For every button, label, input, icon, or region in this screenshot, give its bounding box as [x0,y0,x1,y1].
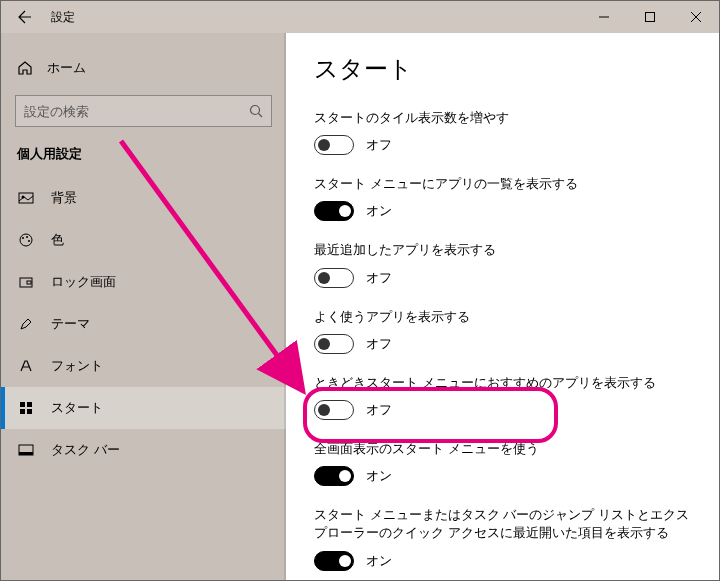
settings-list: スタートのタイル表示数を増やす オフ スタート メニューにアプリの一覧を表示する… [314,109,691,571]
toggle-switch[interactable] [314,400,354,420]
toggle-state-text: オフ [366,136,392,154]
sidebar-item-label: 色 [51,231,64,249]
home-icon [17,60,33,76]
content-area: スタート スタートのタイル表示数を増やす オフ スタート メニューにアプリの一覧… [286,33,719,580]
toggle-switch[interactable] [314,334,354,354]
window-title: 設定 [51,9,75,26]
maximize-button[interactable] [627,1,673,33]
setting-item: スタートのタイル表示数を増やす オフ [314,109,691,155]
setting-item: 最近追加したアプリを表示する オフ [314,241,691,287]
toggle-switch[interactable] [314,268,354,288]
nav-list: 背景色ロック画面テーマフォントスタートタスク バー [1,177,286,471]
setting-item: よく使うアプリを表示する オフ [314,308,691,354]
brush-icon [17,315,35,333]
setting-label: ときどきスタート メニューにおすすめのアプリを表示する [314,374,691,392]
search-box[interactable] [15,95,272,127]
setting-label: 最近追加したアプリを表示する [314,241,691,259]
page-title: スタート [314,53,691,85]
svg-point-1 [251,106,260,115]
search-input[interactable] [24,104,249,119]
search-icon [249,104,263,118]
svg-point-5 [22,237,24,239]
svg-rect-12 [20,409,25,414]
svg-rect-9 [27,281,31,284]
close-icon [691,12,701,22]
back-button[interactable] [15,7,35,27]
sidebar-item-brush[interactable]: テーマ [1,303,286,345]
back-arrow-icon [17,9,33,25]
setting-label: スタートのタイル表示数を増やす [314,109,691,127]
svg-rect-15 [19,452,33,455]
image-icon [17,189,35,207]
sidebar-item-lock[interactable]: ロック画面 [1,261,286,303]
svg-rect-11 [27,402,32,407]
toggle-switch[interactable] [314,201,354,221]
palette-icon [17,231,35,249]
setting-item: 全画面表示のスタート メニューを使う オン [314,440,691,486]
toggle-switch[interactable] [314,551,354,571]
minimize-icon [599,12,609,22]
toggle-state-text: オフ [366,269,392,287]
sidebar: ホーム 個人用設定 背景色ロック画面テーマフォントスタートタスク バー [1,33,286,580]
sidebar-item-label: ロック画面 [51,273,116,291]
toggle-state-text: オフ [366,335,392,353]
minimize-button[interactable] [581,1,627,33]
svg-point-7 [28,240,30,242]
toggle-switch[interactable] [314,466,354,486]
toggle-state-text: オン [366,202,392,220]
font-icon [17,357,35,375]
setting-item: スタート メニューにアプリの一覧を表示する オン [314,175,691,221]
toggle-state-text: オフ [366,401,392,419]
maximize-icon [645,12,655,22]
setting-label: スタート メニューにアプリの一覧を表示する [314,175,691,193]
setting-label: よく使うアプリを表示する [314,308,691,326]
setting-item: ときどきスタート メニューにおすすめのアプリを表示する オフ [314,374,691,420]
taskbar-icon [17,441,35,459]
titlebar: 設定 [1,1,719,33]
sidebar-item-label: 背景 [51,189,77,207]
start-icon [17,399,35,417]
svg-rect-0 [646,13,655,22]
sidebar-item-label: フォント [51,357,103,375]
svg-point-4 [20,234,32,246]
setting-label: スタート メニューまたはタスク バーのジャンプ リストとエクスプローラーのクイッ… [314,506,691,542]
toggle-state-text: オン [366,467,392,485]
svg-rect-8 [20,278,32,287]
svg-point-6 [26,236,28,238]
home-label: ホーム [47,59,86,77]
svg-rect-13 [27,409,32,414]
sidebar-item-label: テーマ [51,315,90,333]
sidebar-item-label: タスク バー [51,441,120,459]
sidebar-item-font[interactable]: フォント [1,345,286,387]
sidebar-item-taskbar[interactable]: タスク バー [1,429,286,471]
toggle-switch[interactable] [314,135,354,155]
setting-label: 全画面表示のスタート メニューを使う [314,440,691,458]
lock-icon [17,273,35,291]
home-button[interactable]: ホーム [1,51,286,85]
sidebar-item-palette[interactable]: 色 [1,219,286,261]
close-button[interactable] [673,1,719,33]
sidebar-item-start[interactable]: スタート [1,387,286,429]
toggle-state-text: オン [366,552,392,570]
category-title: 個人用設定 [1,145,286,177]
sidebar-item-image[interactable]: 背景 [1,177,286,219]
svg-rect-10 [20,402,25,407]
setting-item: スタート メニューまたはタスク バーのジャンプ リストとエクスプローラーのクイッ… [314,506,691,570]
sidebar-item-label: スタート [51,399,103,417]
